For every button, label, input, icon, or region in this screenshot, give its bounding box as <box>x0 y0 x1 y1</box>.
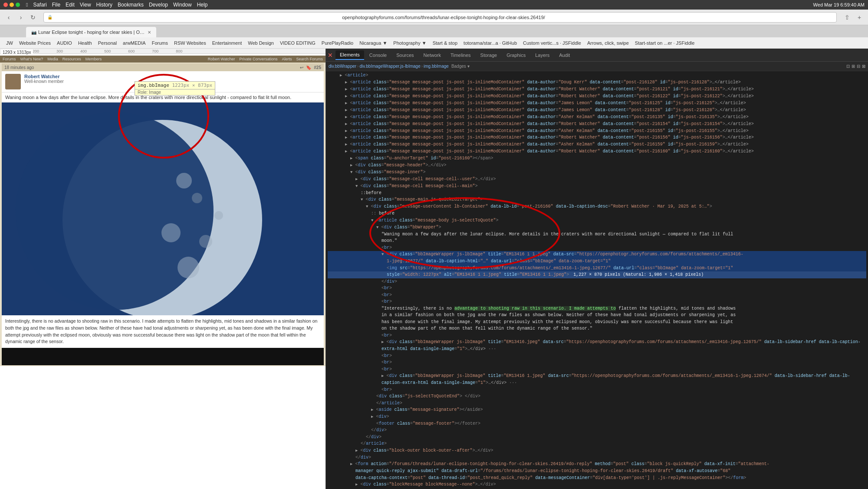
file-menu[interactable]: File <box>52 2 60 8</box>
tooltip-box: img.bbImage 1223px × 873px <box>135 81 215 89</box>
tooltip-selector: img.bbImage <box>138 83 169 88</box>
view-menu[interactable]: View <box>80 2 91 8</box>
bookmarks-menu[interactable]: Bookmarks <box>118 2 144 8</box>
develop-menu[interactable]: Develop <box>149 2 168 8</box>
close-button[interactable] <box>3 3 8 7</box>
bookmark-forums[interactable]: Forums <box>149 40 171 46</box>
bookmark-jsfiddle2[interactable]: Start-start on ...er · JSFiddle <box>632 40 697 46</box>
bc-divbbWrapper[interactable]: div.bbWrapper <box>329 64 356 69</box>
bc-action-2[interactable]: ⊞ <box>852 64 855 69</box>
forward-button[interactable]: › <box>16 12 26 23</box>
html-line: ▶ <article class="message message-post j… <box>328 128 866 135</box>
nav-search[interactable]: Search Forums <box>296 57 323 61</box>
bookmark-jsfiddle1[interactable]: Custom vertic...s · JSFiddle <box>520 40 584 46</box>
window-menu[interactable]: Window <box>173 2 192 8</box>
user-avatar <box>5 74 21 89</box>
tab-bar: 📷 Lunar Eclipse tonight - hoping for cle… <box>0 25 868 37</box>
bc-action-3[interactable]: ⊟ <box>857 64 860 69</box>
nav-alerts[interactable]: Alerts <box>282 57 292 61</box>
back-button[interactable]: ‹ <box>3 12 14 23</box>
devtools-tab-timelines[interactable]: Timelines <box>446 51 475 59</box>
history-menu[interactable]: History <box>96 2 112 8</box>
help-menu[interactable]: Help <box>197 2 208 8</box>
bookmark-entertainment[interactable]: Entertainment <box>210 40 244 46</box>
bookmark-nicaragua[interactable]: Nicaragua ▼ <box>357 40 390 46</box>
bookmark-post-icon[interactable]: 🔖 <box>306 65 311 70</box>
nav-members[interactable]: Members <box>85 57 102 61</box>
bookmark-pureplay[interactable]: PurePlayRadio <box>319 40 356 46</box>
html-line: <br> <box>328 359 866 366</box>
bookmark-photography[interactable]: Photography ▼ <box>391 40 429 46</box>
bookmark-rsw[interactable]: RSW Websites <box>171 40 209 46</box>
devtools-tab-audit[interactable]: Audit <box>555 51 574 59</box>
html-line: <br> <box>328 366 866 373</box>
apple-menu[interactable]:  <box>26 2 28 8</box>
safari-menu[interactable]: Safari <box>33 2 46 8</box>
nav-user[interactable]: Robert Watcher <box>208 57 235 61</box>
bookmark-jw[interactable]: JW <box>3 40 16 46</box>
bookmark-audio[interactable]: AUDIO <box>54 40 75 46</box>
bc-divbbImageWrapper[interactable]: div.bbImageWrapper.js-lbImage <box>359 64 420 69</box>
share-button[interactable]: ⇧ <box>842 12 852 23</box>
new-tab-button[interactable]: + <box>854 12 865 23</box>
bookmark-arwmedia[interactable]: arwMEDIA <box>120 40 148 46</box>
post-footer-text: Interestingly, there is no advantage to … <box>2 315 324 348</box>
edit-menu[interactable]: Edit <box>66 2 75 8</box>
html-line: <br> <box>328 292 866 299</box>
devtools-tab-storage[interactable]: Storage <box>476 51 502 59</box>
reply-icon[interactable]: ↩ <box>300 65 303 70</box>
html-line: ▶ <aside class="message-signature"></asi… <box>328 406 866 413</box>
html-line: ▶ <article class="message message-post j… <box>328 100 866 107</box>
html-line: ▶ <article class="message message-post j… <box>328 86 866 93</box>
active-tab[interactable]: 📷 Lunar Eclipse tonight - hoping for cle… <box>26 27 156 37</box>
devtools-tab-elements[interactable]: Elements <box>335 50 364 60</box>
bookmark-personal[interactable]: Personal <box>95 40 119 46</box>
bookmark-start-stop[interactable]: Start & stop <box>430 40 460 46</box>
html-line: in a similar fashion on both the jpg and… <box>328 312 866 319</box>
devtools-tab-layers[interactable]: Layers <box>531 51 554 59</box>
devtools-tab-console[interactable]: Console <box>365 51 391 59</box>
nav-resources[interactable]: Resources <box>62 57 81 61</box>
html-line: data-captcha-context="post" data-thread-… <box>328 475 866 482</box>
user-role: Well-known member <box>24 79 64 84</box>
html-line: "Interestingly, there is no advantage to… <box>328 305 866 312</box>
tooltip-role: Role: Image <box>138 90 161 95</box>
html-line: ▼ <div class="message-inner"> <box>328 169 866 176</box>
window-controls[interactable] <box>3 3 20 7</box>
bc-action-1[interactable]: ⊡ <box>846 64 850 69</box>
maximize-button[interactable] <box>16 3 20 7</box>
html-line: <br> <box>328 285 866 292</box>
nav-media[interactable]: Media <box>47 57 58 61</box>
bookmark-github[interactable]: totorama/star...a · GitHub <box>461 40 519 46</box>
html-line: <br> <box>328 353 866 360</box>
html-line: </div> <box>328 427 866 434</box>
tab-close-button[interactable]: ✕ <box>148 30 151 35</box>
minimize-button[interactable] <box>10 3 14 7</box>
bc-action-4[interactable]: ⊠ <box>862 64 865 69</box>
html-line-selected: <img src="https://openphotographyforums.… <box>328 265 866 272</box>
nav-whatsnew[interactable]: What's New? <box>20 57 43 61</box>
bookmark-video[interactable]: VIDEO EDITING <box>277 40 318 46</box>
devtools-breadcrumb: div.bbWrapper › div.bbImageWrapper.js-lb… <box>326 62 868 71</box>
nav-conversations[interactable]: Private Conversations <box>239 57 277 61</box>
bookmark-arrows[interactable]: Arrows, click, swipe <box>585 40 631 46</box>
devtools-tab-network[interactable]: Network <box>419 51 445 59</box>
username[interactable]: Robert Watcher <box>24 74 64 79</box>
devtools-tab-graphics[interactable]: Graphics <box>502 51 530 59</box>
html-line: <br> <box>328 244 866 251</box>
bc-sep2: › <box>421 64 423 69</box>
refresh-button[interactable]: ↻ <box>28 12 38 23</box>
devtools-close-button[interactable]: ✕ <box>328 52 333 59</box>
bookmark-health[interactable]: Health <box>76 40 95 46</box>
devtools-tab-sources[interactable]: Sources <box>392 51 418 59</box>
html-line: ▶ <div class="message-cell message-cell-… <box>328 176 866 183</box>
address-bar[interactable]: 🔒 openphotographyforums.com/forums/threa… <box>43 12 837 23</box>
bookmark-website-prices[interactable]: Website Prices <box>16 40 53 46</box>
bookmark-webdesign[interactable]: Web Design <box>245 40 276 46</box>
html-line: ▶ <article class="message message-post j… <box>328 107 866 114</box>
nav-forums[interactable]: Forums <box>3 57 16 61</box>
devtools-html-tree: ▶ <article> ▶ <article class="message me… <box>326 71 868 489</box>
post-meta-bar: 18 minutes ago ↩ 🔖 #25 <box>2 63 324 71</box>
post-area: 18 minutes ago ↩ 🔖 #25 Robert Watcher We… <box>0 63 326 366</box>
bc-imgbbImage[interactable]: img.bbImage <box>424 64 449 69</box>
